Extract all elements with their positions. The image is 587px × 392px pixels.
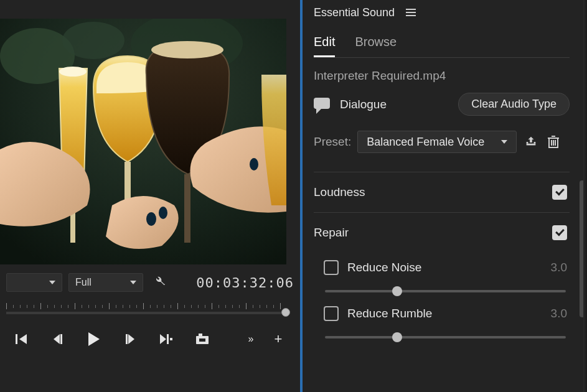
svg-rect-26 <box>527 142 528 144</box>
transport-controls: » + <box>0 330 300 348</box>
svg-point-7 <box>151 41 223 58</box>
audio-type-label: Dialogue <box>340 98 387 111</box>
svg-rect-20 <box>167 334 169 344</box>
video-preview[interactable] <box>0 19 286 264</box>
chevron-down-icon <box>501 140 507 144</box>
settings-icon[interactable] <box>152 274 166 291</box>
dialogue-icon <box>314 98 331 111</box>
slider-thumb[interactable] <box>392 332 402 342</box>
playhead[interactable] <box>281 308 290 317</box>
timecode-display[interactable]: 00:03:32:06 <box>196 275 294 291</box>
svg-marker-14 <box>54 334 60 344</box>
resolution-dropdown[interactable]: Full <box>68 273 143 292</box>
svg-point-9 <box>146 212 156 226</box>
svg-rect-27 <box>534 142 536 144</box>
preset-label: Preset: <box>314 135 351 149</box>
svg-marker-16 <box>88 332 100 346</box>
repair-section-header[interactable]: Repair <box>314 213 570 245</box>
chevron-down-icon <box>49 281 55 284</box>
svg-rect-23 <box>199 338 206 342</box>
repair-section-body: Reduce Noise 3.0 Reduce Rumble 3.0 <box>314 245 570 343</box>
svg-rect-17 <box>126 334 128 344</box>
svg-marker-18 <box>128 334 134 344</box>
add-button[interactable]: + <box>270 330 287 348</box>
svg-rect-15 <box>60 334 62 344</box>
reduce-rumble-value: 3.0 <box>551 307 567 320</box>
panel-title: Essential Sound <box>314 6 395 19</box>
fit-dropdown[interactable] <box>6 273 62 292</box>
resolution-value: Full <box>75 277 92 288</box>
go-to-in-button[interactable] <box>13 330 31 348</box>
reduce-noise-value: 3.0 <box>551 261 567 274</box>
reduce-noise-param: Reduce Noise 3.0 <box>324 260 567 297</box>
repair-checkbox[interactable] <box>552 225 567 240</box>
export-frame-button[interactable] <box>194 330 211 348</box>
video-still <box>0 19 286 264</box>
svg-rect-12 <box>16 334 17 344</box>
svg-rect-8 <box>184 174 190 243</box>
panel-tabs: Edit Browse <box>303 25 581 57</box>
svg-marker-13 <box>19 334 27 344</box>
svg-point-4 <box>59 67 87 77</box>
reduce-noise-label: Reduce Noise <box>347 261 421 274</box>
svg-point-2 <box>62 22 124 59</box>
loudness-checkbox[interactable] <box>552 185 567 200</box>
play-button[interactable] <box>85 330 103 348</box>
tab-browse[interactable]: Browse <box>355 35 397 57</box>
overflow-button[interactable]: » <box>242 330 260 348</box>
svg-rect-21 <box>170 338 172 340</box>
step-forward-button[interactable] <box>121 330 139 348</box>
reduce-rumble-label: Reduce Rumble <box>347 307 432 320</box>
svg-rect-25 <box>527 144 536 146</box>
svg-point-11 <box>250 158 258 170</box>
delete-preset-icon[interactable] <box>545 134 561 150</box>
chevron-down-icon <box>130 281 136 284</box>
go-to-out-button[interactable] <box>157 330 175 348</box>
svg-rect-24 <box>199 334 202 336</box>
program-monitor: Full 00:03:32:06 <box>0 0 300 392</box>
clear-audio-type-button[interactable]: Clear Audio Type <box>458 93 570 116</box>
svg-marker-19 <box>160 334 166 344</box>
step-back-button[interactable] <box>49 330 67 348</box>
svg-point-10 <box>159 207 167 219</box>
reduce-rumble-checkbox[interactable] <box>324 306 339 321</box>
save-preset-icon[interactable] <box>523 134 539 150</box>
reduce-rumble-slider[interactable] <box>325 331 566 343</box>
reduce-rumble-param: Reduce Rumble 3.0 <box>324 306 567 343</box>
preset-value: Balanced Female Voice <box>367 136 484 149</box>
reduce-noise-slider[interactable] <box>325 285 566 297</box>
loudness-label: Loudness <box>314 185 365 199</box>
clip-filename: Interpreter Required.mp4 <box>314 69 570 83</box>
essential-sound-panel: Essential Sound Edit Browse Interpreter … <box>300 0 587 392</box>
loudness-section-header[interactable]: Loudness <box>314 172 570 213</box>
timeline-ruler[interactable] <box>6 303 294 317</box>
repair-label: Repair <box>314 226 349 240</box>
reduce-noise-checkbox[interactable] <box>324 260 339 275</box>
slider-thumb[interactable] <box>392 286 402 296</box>
tab-edit[interactable]: Edit <box>314 35 335 57</box>
panel-menu-icon[interactable] <box>406 9 416 16</box>
preset-dropdown[interactable]: Balanced Female Voice <box>357 131 517 153</box>
